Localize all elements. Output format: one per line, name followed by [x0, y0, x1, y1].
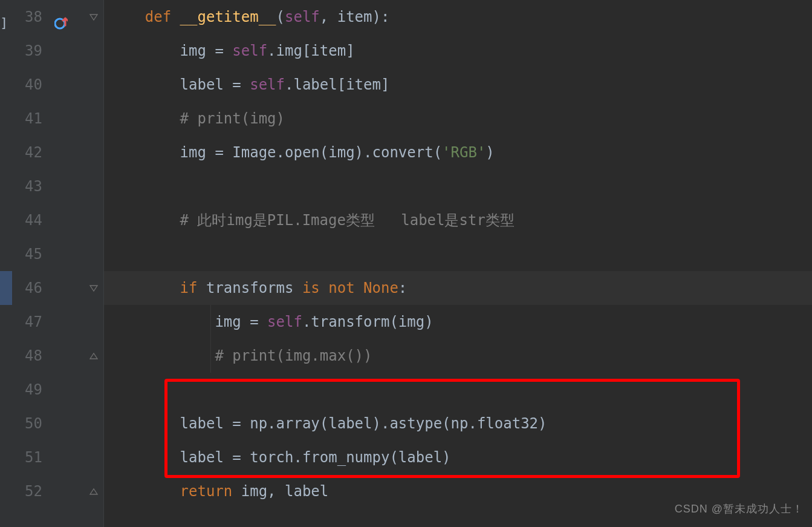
code-line[interactable]: label = np.array(label).astype(np.float3… [110, 407, 812, 440]
line-number[interactable]: 48 [12, 339, 42, 373]
keyword-if: if [180, 280, 206, 296]
self-param: self [285, 8, 320, 25]
string-literal: 'RGB' [442, 144, 486, 161]
code-editor[interactable]: ] 38 39 40 41 42 43 44 45 46 47 48 49 50… [0, 0, 812, 527]
line-number-gutter[interactable]: 38 39 40 41 42 43 44 45 46 47 48 49 50 5… [12, 0, 48, 527]
code-line[interactable]: img = Image.open(img).convert('RGB') [110, 136, 812, 169]
line-number[interactable]: 42 [12, 136, 42, 169]
fold-column[interactable] [83, 0, 104, 527]
code-line[interactable] [110, 169, 812, 203]
comment: # print(img.max()) [215, 347, 372, 364]
code-line[interactable]: # 此时img是PIL.Image类型 label是str类型 [110, 203, 812, 237]
code-line[interactable]: # print(img.max()) [110, 339, 812, 373]
caret-line-marker [0, 271, 12, 305]
code-line[interactable]: def __getitem__(self, item): [110, 0, 812, 34]
line-number[interactable]: 50 [12, 407, 42, 440]
comment: # 此时img是PIL.Image类型 label是str类型 [180, 212, 515, 229]
function-name: __getitem__ [180, 8, 276, 25]
fold-end-handle-icon[interactable] [89, 351, 99, 361]
line-number[interactable]: 52 [12, 474, 42, 508]
line-number[interactable]: 40 [12, 68, 42, 102]
line-number[interactable]: 49 [12, 373, 42, 407]
watermark-text: CSDN @暂未成功人士！ [675, 492, 804, 526]
fold-handle-icon[interactable] [89, 283, 99, 293]
override-method-icon[interactable] [54, 8, 68, 22]
line-number[interactable]: 47 [12, 305, 42, 339]
line-number[interactable]: 43 [12, 169, 42, 203]
code-line[interactable]: if transforms is not None: [110, 271, 812, 305]
code-line[interactable]: label = torch.from_numpy(label) [110, 440, 812, 474]
code-line[interactable]: img = self.transform(img) [110, 305, 812, 339]
fold-bracket-icon: ] [0, 6, 8, 40]
code-line[interactable]: # print(img) [110, 102, 812, 136]
line-number[interactable]: 41 [12, 102, 42, 136]
line-number[interactable]: 46 [12, 271, 42, 305]
code-area[interactable]: def __getitem__(self, item): img = self.… [104, 0, 812, 527]
keyword-return: return [180, 483, 241, 500]
code-line[interactable]: img = self.img[item] [110, 34, 812, 68]
gutter-left-edge: ] [0, 0, 12, 527]
fold-end-handle-icon[interactable] [89, 486, 99, 496]
code-line[interactable]: label = self.label[item] [110, 68, 812, 102]
line-number[interactable]: 51 [12, 440, 42, 474]
keyword-def: def [145, 8, 180, 25]
line-number[interactable]: 39 [12, 34, 42, 68]
line-number[interactable]: 38 [12, 0, 42, 34]
line-number[interactable]: 45 [12, 237, 42, 271]
code-line[interactable] [110, 373, 812, 407]
fold-handle-icon[interactable] [89, 12, 99, 22]
code-line[interactable] [110, 237, 812, 271]
gutter-icon-column [48, 0, 83, 527]
comment: # print(img) [180, 110, 285, 127]
line-number[interactable]: 44 [12, 203, 42, 237]
